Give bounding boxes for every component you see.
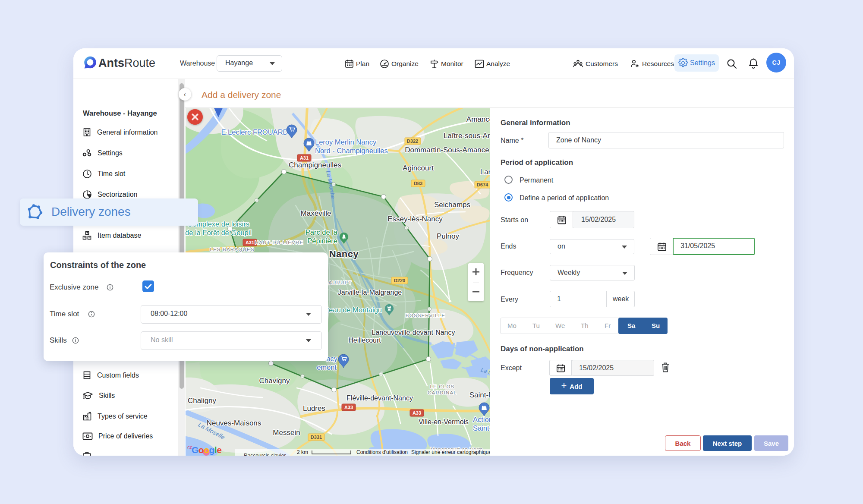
- svg-text:Saint-N: Saint-N: [469, 391, 490, 399]
- svg-text:A31: A31: [246, 240, 254, 245]
- svg-text:Fléville-devant-Nancy: Fléville-devant-Nancy: [346, 394, 413, 402]
- svg-text:A33: A33: [413, 410, 421, 416]
- svg-text:CARDINAL: CARDINAL: [428, 390, 457, 395]
- svg-text:Jarville-la-Malgrange: Jarville-la-Malgrange: [338, 289, 402, 296]
- svg-text:Maxéville: Maxéville: [301, 209, 331, 217]
- svg-text:ncy: ncy: [326, 355, 337, 362]
- svg-text:SAURUPT: SAURUPT: [324, 280, 352, 285]
- svg-text:Nancy: Nancy: [329, 249, 359, 259]
- svg-text:emont: emont: [317, 363, 337, 371]
- svg-text:D674: D674: [477, 182, 488, 187]
- svg-text:D331: D331: [311, 435, 322, 440]
- svg-text:Essey-lès-Nancy: Essey-lès-Nancy: [387, 215, 443, 223]
- svg-text:âteau de Montaigu: âteau de Montaigu: [323, 306, 382, 314]
- svg-text:de la Forêt de Goupil: de la Forêt de Goupil: [186, 229, 252, 236]
- svg-text:Ville-en-Vermois: Ville-en-Vermois: [419, 418, 469, 425]
- svg-text:Neuves-Maisons: Neuves-Maisons: [207, 419, 261, 427]
- svg-text:Pulnoy: Pulnoy: [437, 232, 459, 240]
- svg-text:A31: A31: [300, 155, 309, 161]
- svg-text:Saint-: Saint-: [473, 424, 490, 432]
- svg-text:Agincourt: Agincourt: [403, 164, 434, 172]
- svg-text:HAUT-DU-LIÈVRE: HAUT-DU-LIÈVRE: [255, 240, 304, 245]
- svg-text:D322: D322: [407, 139, 418, 144]
- svg-text:Messein: Messein: [273, 428, 300, 437]
- svg-text:Chaligny: Chaligny: [188, 397, 217, 405]
- svg-text:Nord - Champigneulles: Nord - Champigneulles: [315, 147, 388, 154]
- svg-text:Pépinière: Pépinière: [307, 237, 337, 245]
- svg-text:E.Leclerc FROUARD: E.Leclerc FROUARD: [221, 128, 288, 136]
- svg-text:Dommartin-Sous-Amance: Dommartin-Sous-Amance: [405, 146, 489, 154]
- svg-text:Lar: Lar: [480, 168, 490, 176]
- svg-text:Ludres: Ludres: [303, 404, 325, 413]
- svg-text:Chavigny: Chavigny: [259, 377, 290, 385]
- svg-text:Laneuveville-devant-Nancy: Laneuveville-devant-Nancy: [372, 329, 455, 336]
- svg-text:Seichamps: Seichamps: [434, 201, 470, 209]
- svg-text:Leroy Merlin Nancy: Leroy Merlin Nancy: [315, 138, 377, 146]
- svg-text:D83: D83: [414, 181, 422, 186]
- svg-text:A33: A33: [344, 405, 353, 410]
- svg-text:BOSSERVILLE: BOSSERVILLE: [406, 313, 445, 318]
- svg-text:Laître-sous-Am: Laître-sous-Am: [444, 132, 490, 140]
- svg-text:LE CLOS: LE CLOS: [430, 384, 455, 389]
- svg-text:Action: Action: [473, 416, 490, 423]
- svg-text:D220: D220: [394, 278, 405, 283]
- svg-text:Amance: Amance: [466, 115, 490, 123]
- svg-text:LES BARAQUES: LES BARAQUES: [210, 247, 254, 252]
- svg-text:Champigneulles: Champigneulles: [289, 161, 341, 169]
- svg-text:Heillecourt: Heillecourt: [348, 337, 381, 344]
- svg-text:Parc de la: Parc de la: [306, 228, 338, 236]
